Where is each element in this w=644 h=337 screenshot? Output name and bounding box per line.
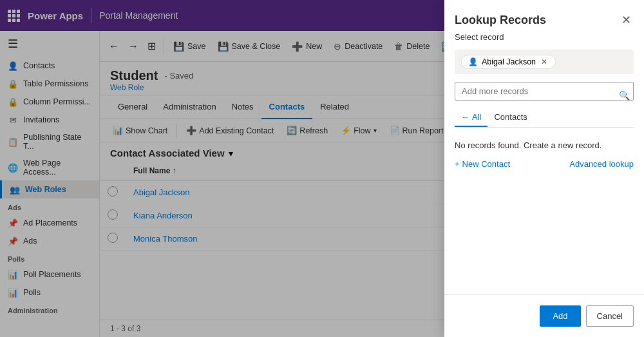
- new-contact-label: New Contact: [462, 159, 510, 169]
- back-arrow-icon: ←: [461, 112, 469, 122]
- new-record-link-area: + New Contact Advanced lookup: [444, 155, 644, 173]
- dialog-subtitle: Select record: [444, 32, 644, 50]
- filter-tab-contacts[interactable]: Contacts: [488, 108, 533, 127]
- no-records-message: No records found. Create a new record.: [444, 135, 644, 155]
- filter-tabs: ← All Contacts: [455, 108, 634, 128]
- dialog-footer: Add Cancel: [444, 294, 644, 337]
- lookup-dialog: Lookup Records ✕ Select record 👤 Abigal …: [444, 0, 644, 337]
- plus-icon: +: [455, 159, 460, 169]
- filter-tab-all[interactable]: ← All: [455, 108, 488, 127]
- search-button[interactable]: 🔍: [619, 90, 630, 101]
- contacts-tab-label: Contacts: [494, 112, 527, 122]
- all-tab-label: All: [472, 112, 481, 122]
- dialog-close-button[interactable]: ✕: [619, 10, 634, 30]
- search-input[interactable]: [455, 82, 634, 101]
- dialog-header: Lookup Records ✕: [444, 0, 644, 32]
- selected-chip-area: 👤 Abigal Jackson ✕: [455, 50, 634, 74]
- cancel-button[interactable]: Cancel: [586, 305, 634, 327]
- selected-chip: 👤 Abigal Jackson ✕: [461, 55, 556, 69]
- new-contact-link[interactable]: + New Contact: [455, 159, 510, 169]
- add-button[interactable]: Add: [540, 305, 580, 327]
- dialog-title: Lookup Records: [455, 14, 546, 27]
- chip-person-icon: 👤: [468, 57, 478, 66]
- search-area: 🔍: [444, 82, 644, 108]
- chip-name: Abigal Jackson: [482, 57, 536, 66]
- chip-close-button[interactable]: ✕: [540, 57, 549, 66]
- advanced-lookup-link[interactable]: Advanced lookup: [569, 159, 634, 169]
